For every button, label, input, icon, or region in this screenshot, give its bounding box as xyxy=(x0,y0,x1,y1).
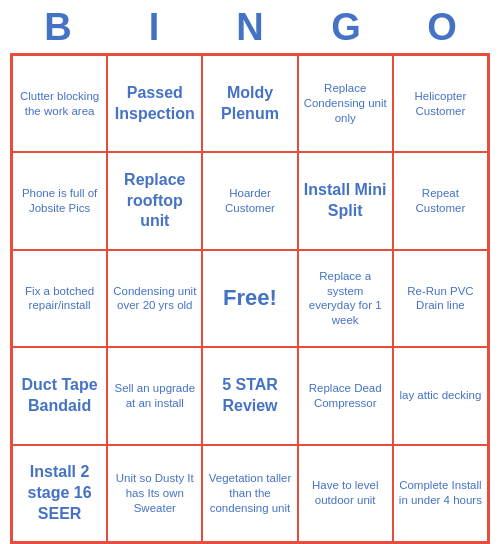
bingo-letter-i: I xyxy=(114,6,194,49)
bingo-cell-9[interactable]: Repeat Customer xyxy=(393,152,488,249)
bingo-grid: Clutter blocking the work areaPassed Ins… xyxy=(10,53,490,544)
bingo-cell-21[interactable]: Unit so Dusty It has Its own Sweater xyxy=(107,445,202,542)
bingo-cell-13[interactable]: Replace a system everyday for 1 week xyxy=(298,250,393,347)
bingo-cell-23[interactable]: Have to level outdoor unit xyxy=(298,445,393,542)
bingo-letter-b: B xyxy=(18,6,98,49)
bingo-cell-6[interactable]: Replace rooftop unit xyxy=(107,152,202,249)
bingo-letter-n: N xyxy=(210,6,290,49)
bingo-cell-1[interactable]: Passed Inspection xyxy=(107,55,202,152)
bingo-cell-17[interactable]: 5 STAR Review xyxy=(202,347,297,444)
bingo-cell-18[interactable]: Replace Dead Compressor xyxy=(298,347,393,444)
bingo-cell-8[interactable]: Install Mini Split xyxy=(298,152,393,249)
bingo-cell-4[interactable]: Helicopter Customer xyxy=(393,55,488,152)
bingo-cell-24[interactable]: Complete Install in under 4 hours xyxy=(393,445,488,542)
bingo-letter-o: O xyxy=(402,6,482,49)
bingo-cell-22[interactable]: Vegetation taller than the condensing un… xyxy=(202,445,297,542)
bingo-cell-14[interactable]: Re-Run PVC Drain line xyxy=(393,250,488,347)
bingo-title: BINGO xyxy=(10,0,490,53)
bingo-cell-7[interactable]: Hoarder Customer xyxy=(202,152,297,249)
bingo-cell-20[interactable]: Install 2 stage 16 SEER xyxy=(12,445,107,542)
bingo-letter-g: G xyxy=(306,6,386,49)
bingo-cell-3[interactable]: Replace Condensing unit only xyxy=(298,55,393,152)
bingo-cell-15[interactable]: Duct Tape Bandaid xyxy=(12,347,107,444)
bingo-cell-0[interactable]: Clutter blocking the work area xyxy=(12,55,107,152)
bingo-cell-5[interactable]: Phone is full of Jobsite Pics xyxy=(12,152,107,249)
bingo-cell-19[interactable]: lay attic decking xyxy=(393,347,488,444)
bingo-cell-11[interactable]: Condensing unit over 20 yrs old xyxy=(107,250,202,347)
bingo-cell-16[interactable]: Sell an upgrade at an install xyxy=(107,347,202,444)
bingo-cell-10[interactable]: Fix a botched repair/install xyxy=(12,250,107,347)
bingo-cell-2[interactable]: Moldy Plenum xyxy=(202,55,297,152)
bingo-cell-12[interactable]: Free! xyxy=(202,250,297,347)
